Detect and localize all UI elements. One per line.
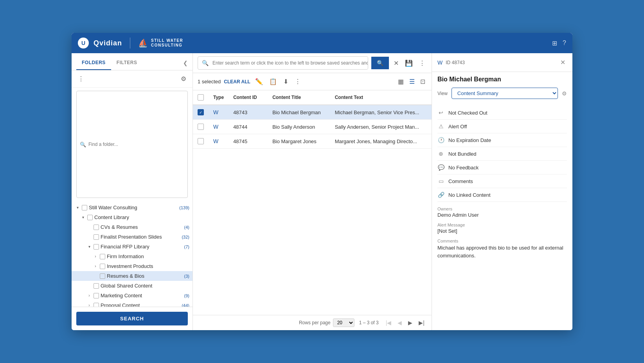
sidebar-bottom: SEARCH	[72, 307, 192, 330]
select-all-checkbox[interactable]	[198, 94, 204, 101]
header-divider	[130, 38, 130, 49]
right-panel: W ID 48743 ✕ Bio Michael Bergman View Co…	[432, 53, 572, 330]
tree-item-investment[interactable]: › Investment Products	[72, 261, 192, 271]
edit-button[interactable]: ✏️	[254, 76, 264, 87]
tree-item-resumes-bios[interactable]: Resumes & Bios (3)	[72, 271, 192, 281]
clear-search-button[interactable]: ✕	[392, 58, 400, 68]
tree-label-cvs: CVs & Resumes	[101, 224, 183, 230]
download-button[interactable]: ⬇	[282, 76, 290, 87]
grid-view-button[interactable]: ⊡	[419, 76, 427, 87]
header-left: U Qvidian ⛵ STILL WATER CONSULTING	[78, 38, 183, 49]
search-submit-button[interactable]: 🔍	[371, 57, 389, 69]
content-table: Type Content ID Content Title Content Te…	[193, 90, 432, 149]
tree-item-finalist[interactable]: Finalist Presentation Slides (32)	[72, 232, 192, 242]
cell-content-id: 48744	[228, 120, 268, 134]
help-icon[interactable]: ?	[563, 40, 566, 47]
table-row[interactable]: W 48745 Bio Margaret Jones Margaret Jone…	[193, 134, 432, 149]
alert-message-value: [Not Set]	[437, 228, 567, 234]
tree-checkbox-marketing[interactable]	[94, 293, 99, 298]
row-checkbox[interactable]: ✓	[198, 109, 204, 115]
tree-checkbox-root[interactable]	[82, 205, 87, 210]
tab-filters[interactable]: FILTERS	[111, 56, 143, 70]
tree-label-root: Still Water Consulting	[89, 205, 178, 210]
view-select[interactable]: Content Summary Details History	[452, 88, 558, 99]
tree-count-proposal: (44)	[182, 303, 189, 307]
last-page-button[interactable]: ▶|	[416, 319, 427, 327]
tree-item-proposal[interactable]: › Proposal Content (44)	[72, 300, 192, 307]
column-view-button[interactable]: ▦	[396, 76, 405, 87]
tree-item-global-shared[interactable]: Global Shared Content	[72, 281, 192, 291]
save-search-button[interactable]: 💾	[403, 58, 414, 68]
owners-label: Owners	[437, 207, 567, 211]
tree-label-global-shared: Global Shared Content	[101, 283, 189, 289]
tree-label-finalist: Finalist Presentation Slides	[101, 234, 180, 240]
panel-row-bundle: ⊕ Not Bundled	[437, 147, 567, 161]
clear-all-button[interactable]: CLEAR ALL	[224, 79, 250, 84]
panel-row-feedback: 💬 No Feedback	[437, 161, 567, 174]
first-page-button[interactable]: |◀	[383, 319, 394, 327]
alert-status: Alert Off	[448, 124, 467, 129]
search-button[interactable]: SEARCH	[76, 312, 188, 325]
tree-count-marketing: (9)	[184, 293, 189, 298]
grid-icon[interactable]: ⊞	[552, 40, 557, 47]
sidebar-collapse-button[interactable]: ❮	[183, 60, 188, 66]
next-page-button[interactable]: ▶	[406, 319, 415, 327]
header-right: ⊞ ?	[552, 40, 566, 47]
panel-close-button[interactable]: ✕	[559, 57, 567, 68]
row-checkbox[interactable]	[198, 124, 204, 130]
tree-item-cvs[interactable]: CVs & Resumes (4)	[72, 222, 192, 232]
table-row[interactable]: W 48744 Bio Sally Anderson Sally Anderse…	[193, 120, 432, 134]
panel-settings-icon[interactable]: ⚙	[562, 90, 567, 97]
pagination-info: 1 – 3 of 3	[359, 320, 379, 325]
tree-item-financial-rfp[interactable]: ▾ Financial RFP Library (7)	[72, 242, 192, 252]
folder-search-input[interactable]	[88, 142, 184, 147]
tree-checkbox-proposal[interactable]	[94, 303, 99, 307]
tree-checkbox-financial-rfp[interactable]	[94, 244, 99, 250]
search-browse-icon[interactable]: 🔍	[198, 57, 212, 69]
panel-row-checkout: ↩ Not Checked Out	[437, 106, 567, 120]
rows-per-page-select[interactable]: 20 50 100	[333, 318, 354, 327]
prev-page-button[interactable]: ◀	[395, 319, 404, 327]
tree-checkbox-firm-info[interactable]	[100, 254, 105, 259]
tree-item-firm-info[interactable]: › Firm Information	[72, 252, 192, 261]
cell-content-id: 48745	[228, 134, 268, 149]
copy-button[interactable]: 📋	[268, 76, 279, 87]
panel-row-expiry: 🕐 No Expiration Date	[437, 133, 567, 147]
selected-count: 1 selected	[198, 79, 221, 84]
tree-label-financial-rfp: Financial RFP Library	[101, 244, 183, 250]
linked-status: No Linked Content	[448, 192, 491, 198]
filter-settings-icon[interactable]: ⚙	[179, 74, 188, 84]
row-checkbox[interactable]	[198, 138, 204, 144]
tree-checkbox-investment[interactable]	[100, 264, 105, 269]
tree-checkbox-global-shared[interactable]	[94, 283, 99, 289]
feedback-icon: 💬	[437, 164, 444, 171]
tree-checkbox-resumes-bios[interactable]	[100, 273, 105, 279]
chevron-right-icon: ›	[86, 303, 92, 307]
more-options-icon[interactable]: ⋮	[76, 74, 86, 84]
tree-checkbox-finalist[interactable]	[94, 234, 99, 240]
search-folder-icon: 🔍	[80, 142, 86, 147]
comments-status: Comments	[448, 178, 473, 184]
boat-icon: ⛵	[138, 38, 148, 48]
chevron-right-icon: ›	[93, 254, 98, 259]
search-input[interactable]	[212, 57, 368, 69]
tree-item-root[interactable]: ▾ Still Water Consulting (139)	[72, 203, 192, 212]
panel-title: Bio Michael Bergman	[432, 72, 572, 86]
more-options-button[interactable]: ⋮	[293, 76, 302, 87]
sidebar-search-wrap: 🔍	[76, 91, 188, 198]
table-row[interactable]: ✓ W 48743 Bio Michael Bergman Michael Be…	[193, 105, 432, 120]
main-body: FOLDERS FILTERS ❮ ⋮ ⚙ 🔍 ▾ Still Water Co…	[72, 53, 572, 330]
content-table-wrap: Type Content ID Content Title Content Te…	[193, 90, 432, 315]
tree-item-content-library[interactable]: ▾ Content Library	[72, 212, 192, 222]
tree-item-marketing[interactable]: › Marketing Content (9)	[72, 291, 192, 300]
tree-checkbox-content-library[interactable]	[87, 215, 93, 220]
list-view-button[interactable]: ☰	[408, 76, 416, 87]
comments-text: Michael has approved this bio to be used…	[437, 244, 567, 259]
more-search-options-button[interactable]: ⋮	[417, 58, 427, 68]
tree-count-cvs: (4)	[184, 225, 189, 230]
alert-icon: ⚠	[437, 123, 444, 129]
panel-comments-section: Comments Michael has approved this bio t…	[437, 239, 567, 259]
tree-checkbox-cvs[interactable]	[94, 225, 99, 230]
cell-content-text: Margaret Jones, Managing Directo...	[330, 134, 432, 149]
tab-folders[interactable]: FOLDERS	[76, 56, 111, 70]
